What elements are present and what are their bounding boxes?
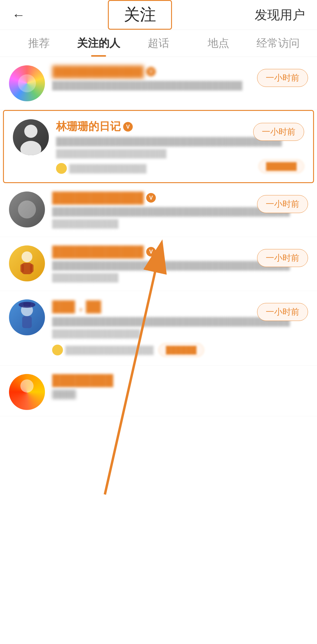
item-description-2: ████████████ — [52, 273, 308, 282]
name-text: ████████████ — [52, 245, 144, 258]
sub-tag: ████████████████ — [52, 345, 154, 355]
item-description-2: ████████████████████ — [56, 149, 304, 158]
discover-users-button[interactable]: 发现用户 — [255, 7, 305, 23]
header: ← 关注 发现用户 — [0, 0, 317, 30]
item-content: ████████ ████ — [52, 374, 308, 402]
tab-frequent[interactable]: 经常访问 — [248, 30, 308, 57]
svg-point-10 — [20, 379, 34, 393]
svg-point-1 — [20, 141, 41, 155]
avatar — [9, 299, 45, 335]
list-item[interactable]: ████████ ████ — [0, 366, 317, 416]
name-text: 林珊珊的日记 — [56, 119, 121, 134]
item-name: ████████ — [52, 374, 308, 387]
avatar — [9, 191, 45, 227]
list-item-highlighted[interactable]: 林珊珊的日记 █████████████████████████████████… — [3, 110, 314, 183]
back-button[interactable]: ← — [12, 7, 25, 22]
tab-location[interactable]: 地点 — [188, 30, 248, 57]
item-description: ████ — [52, 390, 308, 399]
verified-badge — [146, 67, 156, 76]
follow-button[interactable]: 一小时前 — [257, 195, 308, 213]
tabs-bar: 推荐 关注的人 超话 地点 经常访问 — [0, 30, 317, 57]
sub-tag-text: ██████████████ — [69, 164, 147, 173]
item-sub-row: ████████████████ ██████ — [52, 343, 308, 357]
list-item[interactable]: ████████████ ███████████████████████████… — [0, 57, 317, 110]
follow-list: ████████████ ███████████████████████████… — [0, 57, 317, 416]
list-item[interactable]: ████████████ ███████████████████████████… — [0, 237, 317, 291]
avatar — [9, 374, 45, 410]
svg-point-2 — [22, 251, 32, 262]
svg-rect-9 — [23, 302, 31, 307]
avatar — [9, 65, 45, 101]
title-box: 关注 — [108, 0, 172, 30]
svg-point-0 — [24, 125, 37, 138]
sub-tag-icon — [52, 345, 63, 355]
tab-recommend[interactable]: 推荐 — [9, 30, 69, 57]
name-text: ████████ — [52, 374, 113, 387]
tab-following[interactable]: 关注的人 — [69, 30, 129, 57]
sub-tag-text: ████████████████ — [65, 346, 154, 355]
follow-button[interactable]: 一小时前 — [257, 303, 308, 321]
avatar — [13, 119, 49, 155]
sub-tag: ██████████████ — [56, 163, 147, 174]
name-text: ████████████ — [52, 191, 144, 204]
follow-sub-button[interactable]: ██████ — [259, 159, 304, 173]
name-text: ███，██ — [52, 299, 101, 314]
list-item[interactable]: ███，██ █████████████████████████████████… — [0, 291, 317, 366]
svg-rect-5 — [30, 264, 34, 272]
svg-rect-7 — [22, 316, 32, 328]
avatar — [9, 245, 45, 281]
name-text: ████████████ — [52, 65, 144, 78]
tab-supertopic[interactable]: 超话 — [129, 30, 188, 57]
svg-rect-4 — [20, 264, 24, 272]
verified-badge — [146, 247, 156, 257]
verified-badge — [146, 193, 156, 203]
follow-sub-button[interactable]: ██████ — [158, 343, 204, 357]
sub-tag-icon — [56, 163, 67, 174]
list-item[interactable]: ████████████ ███████████████████████████… — [0, 183, 317, 237]
page-title: 关注 — [124, 5, 156, 23]
item-description-2: ████████████████ — [52, 329, 308, 338]
follow-button[interactable]: 一小时前 — [253, 123, 304, 141]
follow-button[interactable]: 一小时前 — [257, 249, 308, 267]
item-description-2: ████████████ — [52, 219, 308, 228]
verified-badge — [123, 122, 133, 132]
follow-button[interactable]: 一小时前 — [257, 69, 308, 87]
